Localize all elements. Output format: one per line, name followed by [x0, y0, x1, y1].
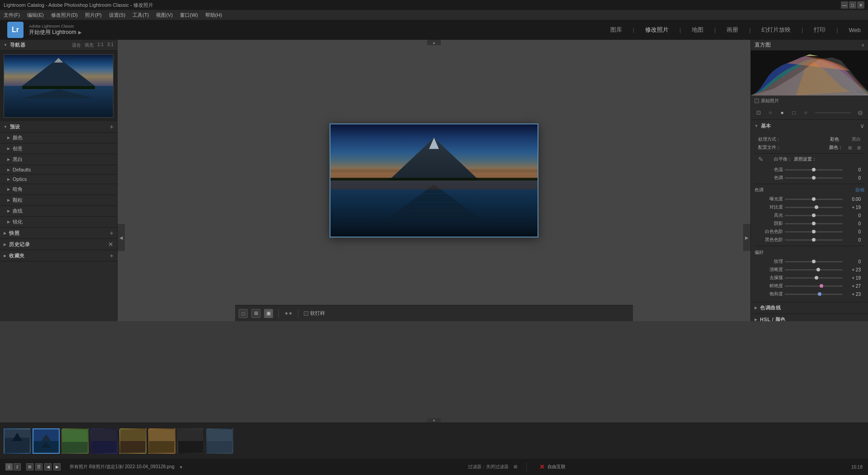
soft-proof-checkbox[interactable]: 软打样 [304, 310, 325, 317]
mask-tool[interactable]: □ [790, 109, 798, 117]
preset-group-bw-header[interactable]: ▶ 黑白 [0, 154, 117, 165]
blacks-thumb[interactable] [812, 238, 816, 242]
preset-group-curve-header[interactable]: ▶ 曲线 [0, 206, 117, 216]
tint-track[interactable] [785, 177, 843, 179]
tint-thumb[interactable] [812, 176, 816, 180]
presets-add-btn[interactable]: + [110, 123, 113, 130]
menu-settings[interactable]: 设置(S) [109, 12, 126, 19]
film-thumb-7[interactable] [177, 428, 204, 454]
clarity-thumb[interactable] [816, 268, 820, 271]
view-single-btn[interactable]: □ [239, 309, 248, 318]
contrast-track[interactable] [785, 207, 843, 208]
list-view-btn[interactable]: ☰ [35, 463, 42, 470]
page-2-btn[interactable]: 2 [14, 463, 21, 470]
hsl-header[interactable]: ▶ HSL / 颜色 [751, 314, 868, 321]
filmstrip-toggle-arrow-top[interactable]: ▲ [427, 40, 441, 45]
menu-window[interactable]: 窗口(W) [180, 12, 198, 19]
nav-1-1-btn[interactable]: 1:1 [97, 42, 104, 48]
film-thumb-2[interactable] [33, 428, 60, 454]
preset-group-vignette-header[interactable]: ▶ 暗角 [0, 184, 117, 195]
filter-icon-btn[interactable]: ⊞ [514, 464, 517, 469]
grid-view-btn[interactable]: ⊞ [26, 463, 33, 470]
saturation-track[interactable] [785, 294, 843, 295]
dehaze-thumb[interactable] [815, 276, 818, 280]
film-thumb-4[interactable] [90, 428, 118, 454]
filmstrip-toggle-arrow-bottom[interactable]: ▼ [427, 418, 441, 423]
film-thumb-5[interactable] [119, 428, 146, 454]
collections-header[interactable]: ▶ 收藏夹 + [0, 250, 117, 261]
history-header[interactable]: ▶ 历史记录 ✕ [0, 239, 117, 250]
texture-track[interactable] [785, 261, 843, 262]
nav-fill-btn[interactable]: 填充 [85, 42, 94, 48]
snapshots-header[interactable]: ▶ 快照 + [0, 228, 117, 239]
exposure-thumb[interactable] [812, 197, 816, 201]
texture-thumb[interactable] [812, 260, 816, 263]
history-close-btn[interactable]: ✕ [108, 241, 113, 248]
module-print[interactable]: 打印 [814, 26, 826, 34]
film-thumb-3[interactable] [61, 428, 89, 454]
film-thumb-8[interactable] [206, 428, 233, 454]
presets-header[interactable]: ▼ 预设 + [0, 121, 117, 133]
navigator-header[interactable]: ▼ 导航器 适合 填充 1:1 3:1 [0, 40, 117, 51]
minimize-button[interactable]: — [841, 1, 848, 9]
left-panel-collapse-arrow[interactable]: ◀ [118, 224, 125, 251]
vibrance-track[interactable] [785, 285, 843, 287]
menu-photo[interactable]: 照片(P) [85, 12, 102, 19]
menu-edit[interactable]: 编辑(E) [27, 12, 44, 19]
profile-grid-btn2[interactable]: ⊞ [857, 145, 861, 150]
shadows-thumb[interactable] [812, 222, 816, 225]
preset-group-defaults-header[interactable]: ▶ Defaults [0, 165, 117, 174]
film-thumb-6[interactable] [148, 428, 175, 454]
module-map[interactable]: 地图 [692, 26, 703, 34]
module-slideshow[interactable]: 幻灯片放映 [761, 26, 791, 34]
menu-tools[interactable]: 工具(T) [132, 12, 149, 19]
close-button[interactable]: ✕ [857, 1, 864, 9]
menu-develop[interactable]: 修改照片(D) [51, 12, 78, 19]
highlights-track[interactable] [785, 215, 843, 216]
blacks-track[interactable] [785, 239, 843, 241]
page-1-btn[interactable]: 1 [5, 463, 13, 470]
histogram-expand-btn[interactable]: ∧ [861, 43, 864, 48]
whites-thumb[interactable] [812, 230, 816, 233]
adjust-slider-icon[interactable]: ⊝ [856, 109, 864, 117]
film-thumb-1[interactable] [4, 428, 31, 454]
right-panel-collapse-arrow[interactable]: ▶ [743, 224, 750, 251]
clarity-track[interactable] [785, 269, 843, 271]
module-web[interactable]: Web [849, 27, 861, 33]
photo-info-dropdown[interactable]: ▾ [180, 465, 182, 470]
contrast-thumb[interactable] [815, 205, 818, 209]
crop-tool[interactable]: ⊡ [755, 109, 763, 117]
heal-tool[interactable]: ○ [766, 109, 774, 117]
preset-group-sharpen-header[interactable]: ▶ 锐化 [0, 217, 117, 227]
temp-thumb[interactable] [812, 168, 816, 171]
preset-group-color-header[interactable]: ▶ 颜色 [0, 133, 117, 143]
original-photo-checkbox[interactable] [755, 99, 759, 103]
prev-nav-btn[interactable]: ◀ [44, 463, 52, 470]
module-book[interactable]: 画册 [726, 26, 738, 34]
menu-file[interactable]: 文件(F) [4, 12, 20, 19]
basic-expand-btn[interactable]: ∨ [860, 122, 864, 129]
view-compare-btn[interactable]: ▣ [264, 309, 273, 318]
module-library[interactable]: 图库 [610, 26, 622, 34]
preset-group-grain-header[interactable]: ▶ 颗粒 [0, 195, 117, 205]
shadows-track[interactable] [785, 223, 843, 224]
process-bw-value[interactable]: 黑白 [852, 136, 861, 142]
saturation-thumb[interactable] [818, 292, 821, 296]
whites-track[interactable] [785, 231, 843, 233]
menu-view[interactable]: 视图(V) [156, 12, 173, 19]
wb-value[interactable]: 原照设置： [794, 156, 861, 162]
process-color-value[interactable]: 彩色 [830, 136, 839, 142]
basic-section-header[interactable]: ▼ 基本 ∨ [751, 120, 868, 132]
preset-group-creative-header[interactable]: ▶ 创意 [0, 143, 117, 154]
collections-add-btn[interactable]: + [110, 252, 113, 259]
filter-tool[interactable]: ○ [802, 109, 810, 117]
profile-grid-btn[interactable]: ⊞ [848, 145, 852, 150]
soft-proof-check-box[interactable] [304, 311, 308, 316]
dehaze-track[interactable] [785, 277, 843, 279]
exposure-track[interactable] [785, 199, 843, 200]
maximize-button[interactable]: □ [849, 1, 856, 9]
nav-3-1-btn[interactable]: 3:1 [107, 42, 113, 48]
menu-help[interactable]: 帮助(H) [205, 12, 222, 19]
nav-fit-btn[interactable]: 适合 [72, 42, 81, 48]
redeye-tool[interactable]: ● [778, 109, 786, 117]
